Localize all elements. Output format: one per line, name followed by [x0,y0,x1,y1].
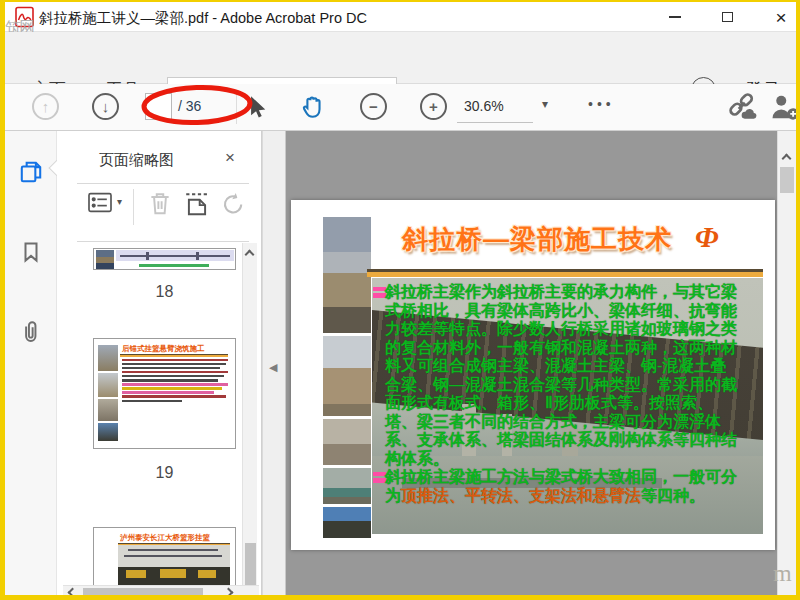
slide-logo: Φ [695,220,719,254]
panel-hscrollbar-thumb[interactable] [83,588,203,596]
cursor-icon [251,96,265,117]
main-toolbar: ↑ ↓ / 36 − + 30.6% ▾ ••• [5,84,796,131]
slide-title: 斜拉桥—梁部施工技术 [387,222,687,257]
zoom-level-value[interactable]: 30.6% [464,98,504,114]
next-page-button[interactable]: ↓ [92,93,119,120]
bookmarks-rail-button[interactable] [15,236,47,268]
person-plus-icon [773,96,799,120]
pdf-page: 斜拉桥—梁部施工技术 Φ 斜拉桥主梁作为斜拉桥主要的承力构件，与其它梁式桥相比，… [291,200,775,550]
cloud-icon [742,109,757,119]
rotate-icon [220,192,244,218]
thumb18-diagram [116,250,234,261]
scroll-left-icon[interactable] [68,588,78,598]
arrow-down-icon: ↓ [102,98,110,115]
hand-tool-button[interactable] [299,93,327,121]
slide-paragraph-1: 斜拉桥主梁作为斜拉桥主要的承力构件，与其它梁式桥相比，具有梁体高跨比小、梁体纤细… [385,283,741,468]
thumb20-slide-title: 泸州泰安长江大桥篮形挂篮 [120,533,235,542]
panel-scrollbar-thumb[interactable] [245,543,256,585]
thumbnail-label-19[interactable]: 19 [93,464,236,482]
panel-vertical-scrollbar[interactable] [242,243,257,597]
collapse-panel-icon[interactable]: ◀ [269,361,277,374]
scroll-right-icon[interactable] [224,588,234,598]
title-rule-gold [367,272,763,277]
document-vertical-scrollbar[interactable] [777,131,796,597]
page-total-label: / 36 [178,98,201,114]
chevron-down-icon: ▾ [117,196,122,207]
pages-icon [18,159,44,185]
zoom-underline [457,122,533,123]
panel-close-icon[interactable]: × [225,148,235,168]
previous-page-button[interactable]: ↑ [32,93,59,120]
thumbnail-page-18[interactable] [93,248,236,270]
document-scrollbar-thumb[interactable] [780,167,794,193]
thumb19-slide-title: 后锚式挂篮悬臂浇筑施工 [122,344,235,353]
insert-pages-button[interactable] [183,190,211,221]
trash-icon [147,190,173,217]
toolbar-separator [236,90,237,124]
minus-icon: − [369,98,378,115]
chevron-down-icon[interactable]: ▾ [542,97,548,111]
plus-icon: + [429,98,438,115]
thumbnail-label-18[interactable]: 18 [93,283,236,301]
thumb19-photo-strip [98,345,118,443]
thumbnail-page-19[interactable]: 后锚式挂篮悬臂浇筑施工 [93,338,236,449]
paragraph-2-suffix: 等四种。 [641,487,705,504]
maximize-icon [722,12,733,22]
bookmark-icon [19,240,43,264]
close-button[interactable]: × [766,6,796,28]
rotate-pages-button[interactable] [220,192,244,222]
thumb20-photo [98,534,116,586]
acrobat-window: 斜拉桥施工讲义—梁部.pdf - Adobe Acrobat Pro DC × … [0,0,800,600]
zoom-out-button[interactable]: − [360,93,387,120]
page-number-input[interactable] [145,93,172,120]
navigation-rail [5,131,57,597]
scroll-up-icon[interactable] [782,154,792,164]
panel-horizontal-scrollbar[interactable] [63,585,259,597]
more-tools-button[interactable]: ••• [588,96,615,112]
share-people-button[interactable] [770,93,800,121]
panel-divider: ◀ [262,131,286,597]
share-link-button[interactable] [727,93,759,121]
title-bar: 斜拉桥施工讲义—梁部.pdf - Adobe Acrobat Pro DC × [5,2,796,32]
window-title: 斜拉桥施工讲义—梁部.pdf - Adobe Acrobat Pro DC [39,9,367,28]
thumb19-text-block [122,357,232,404]
arrow-up-icon: ↑ [42,98,50,115]
document-view[interactable]: 斜拉桥—梁部施工技术 Φ 斜拉桥主梁作为斜拉桥主要的承力构件，与其它梁式桥相比，… [286,131,777,597]
slide-photo-column [323,217,371,541]
minimize-icon [669,16,681,18]
thumbnail-options-button[interactable]: ▾ [87,192,113,218]
watermark-bottom-right: m [773,560,792,587]
page-thumbnails-rail-button[interactable] [15,156,47,188]
thumb18-caption-line [139,264,209,267]
thumb20-main-photo [118,545,230,586]
delete-pages-button[interactable] [147,190,173,221]
paperclip-icon [18,319,44,345]
insert-pages-icon [183,190,211,217]
thumb18-photo [96,250,114,269]
maximize-button[interactable] [712,6,742,28]
hand-icon [304,98,320,117]
tab-strip: 主页 工具 斜拉桥施工讲义—... × ? 登录 [5,32,796,84]
minimize-button[interactable] [660,6,690,28]
paragraph-2-highlight: 顶推法、平转法、支架法和悬臂法 [401,487,641,504]
scroll-up-icon[interactable] [245,250,255,260]
close-icon: × [775,8,786,27]
thumbnail-page-20[interactable]: 泸州泰安长江大桥篮形挂篮 [93,527,236,587]
options-icon [87,192,113,214]
thumbnails-panel: 页面缩略图 × ▾ [57,131,262,597]
zoom-in-button[interactable]: + [420,93,447,120]
slide-paragraph-2: 斜拉桥主梁施工方法与梁式桥大致相同，一般可分为顶推法、平转法、支架法和悬臂法等四… [385,468,741,505]
select-tool-button[interactable] [245,94,269,120]
panel-title: 页面缩略图 [99,151,174,170]
attachments-rail-button[interactable] [15,316,47,348]
